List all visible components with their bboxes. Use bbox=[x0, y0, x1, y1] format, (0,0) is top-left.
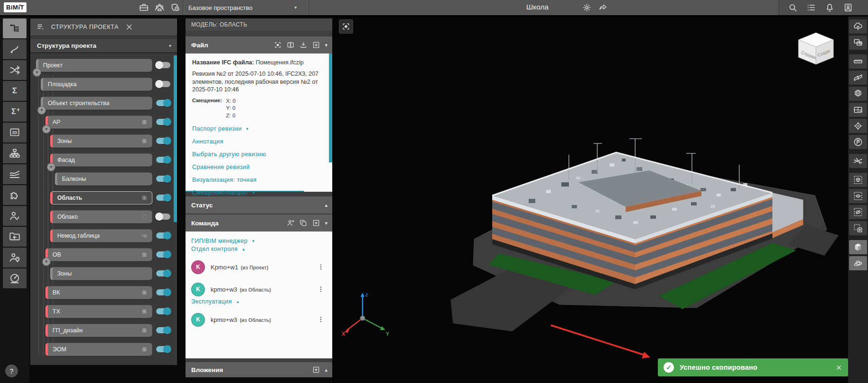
visibility-toggle[interactable] bbox=[156, 289, 170, 295]
visibility-toggle[interactable] bbox=[156, 346, 170, 352]
rail-tool-section-plane[interactable] bbox=[849, 71, 867, 85]
tree-expander-icon[interactable]: ▾ bbox=[42, 258, 51, 266]
split-view-icon[interactable] bbox=[286, 41, 295, 49]
structure-selector[interactable]: Структура проекта ▾ bbox=[30, 39, 177, 52]
tree-item-ТХ[interactable]: ТХ bbox=[45, 305, 152, 318]
rail-tool-view-2d[interactable]: 2D bbox=[3, 123, 27, 143]
status-section-chevron-icon[interactable]: ▴ bbox=[325, 202, 328, 208]
rail-tool-ruler[interactable] bbox=[849, 54, 867, 69]
rail-tool-user-check[interactable] bbox=[3, 206, 27, 226]
visibility-toggle[interactable] bbox=[156, 176, 170, 182]
team-group-Отдел контроля[interactable]: Отдел контроля▴ bbox=[191, 246, 327, 252]
tree-item-Зоны[interactable]: Зоны bbox=[50, 267, 152, 280]
rail-tool-hierarchy[interactable] bbox=[3, 143, 27, 163]
tree-item-Фасад[interactable]: Фасад bbox=[50, 153, 152, 167]
file-link-Визуализация: точная[interactable]: Визуализация: точная bbox=[192, 177, 326, 183]
visibility-toggle[interactable] bbox=[156, 308, 170, 314]
add-icon[interactable] bbox=[312, 365, 320, 374]
team-icon[interactable] bbox=[154, 2, 165, 13]
rail-tool-shaded-view[interactable] bbox=[849, 240, 867, 254]
tree-item-ЭОМ[interactable]: ЭОМ bbox=[45, 343, 152, 356]
tree-item-ГП_дизайн[interactable]: ГП_дизайн bbox=[45, 324, 152, 337]
tree-item-ВК[interactable]: ВК bbox=[45, 286, 152, 299]
view-cube[interactable]: Справа Сзади bbox=[792, 28, 840, 66]
visibility-toggle[interactable] bbox=[156, 138, 170, 144]
rail-tool-flag[interactable] bbox=[849, 135, 867, 149]
rail-tool-charts[interactable] bbox=[3, 164, 27, 184]
close-icon[interactable] bbox=[125, 23, 133, 31]
file-section-chevron-icon[interactable]: ▾ bbox=[325, 42, 328, 48]
visibility-toggle[interactable] bbox=[156, 157, 170, 163]
visibility-toggle[interactable] bbox=[156, 81, 170, 87]
person-add-icon[interactable] bbox=[286, 219, 295, 227]
tree-item-Область[interactable]: Область bbox=[50, 191, 152, 205]
rail-tool-folder-share[interactable] bbox=[3, 227, 27, 247]
user-icon[interactable] bbox=[843, 2, 853, 13]
visibility-toggle[interactable] bbox=[156, 232, 170, 239]
file-link-Выбрать другую ревизию[interactable]: Выбрать другую ревизию bbox=[192, 151, 326, 158]
tree-expander-icon[interactable]: ▾ bbox=[37, 106, 46, 115]
tree-item-Немод.таблица[interactable]: Немод.таблица bbox=[50, 229, 152, 242]
tree-expander-icon[interactable]: ▾ bbox=[33, 68, 41, 77]
visibility-toggle[interactable] bbox=[156, 195, 170, 201]
tree-expander-icon[interactable]: ▾ bbox=[47, 163, 55, 171]
file-link-Сравнение ревизий[interactable]: Сравнение ревизий bbox=[192, 164, 326, 170]
tree-item-ОВ[interactable]: ОВ bbox=[45, 248, 152, 261]
visibility-toggle[interactable] bbox=[156, 100, 170, 106]
kebab-menu-icon[interactable] bbox=[317, 263, 325, 271]
tree-item-Объект строительства[interactable]: Объект строительства bbox=[41, 97, 152, 110]
viewport-3d[interactable]: Справа Сзади X Y Z ✓ Успешно скопировано bbox=[332, 17, 848, 383]
rail-tool-capture[interactable] bbox=[849, 36, 867, 50]
visibility-toggle[interactable] bbox=[156, 251, 170, 258]
rail-tool-hide[interactable] bbox=[849, 205, 867, 219]
kebab-menu-icon[interactable] bbox=[317, 316, 325, 323]
notifications-icon[interactable] bbox=[824, 2, 835, 13]
share-icon[interactable] bbox=[598, 3, 608, 12]
team-section-chevron-icon[interactable]: ▾ bbox=[325, 220, 328, 226]
visibility-toggle[interactable] bbox=[156, 270, 170, 276]
tree-item-Облако[interactable]: Облако bbox=[50, 210, 152, 223]
rail-tool-show[interactable] bbox=[849, 189, 867, 203]
viewport-focus-button[interactable] bbox=[339, 19, 353, 34]
rail-tool-plugins[interactable] bbox=[3, 185, 27, 205]
focus-icon[interactable] bbox=[274, 41, 282, 49]
list-icon[interactable] bbox=[806, 2, 816, 13]
rail-tool-gauge[interactable] bbox=[3, 268, 27, 288]
add-icon[interactable] bbox=[312, 219, 320, 227]
rail-tool-route[interactable] bbox=[3, 39, 27, 59]
structure-scrollbar[interactable] bbox=[174, 55, 177, 222]
rail-tool-sum-add[interactable]: Σ+ bbox=[3, 102, 27, 122]
rail-tool-isolate[interactable] bbox=[849, 173, 867, 187]
file-link-Аннотация[interactable]: Аннотация bbox=[192, 138, 326, 145]
rail-tool-locate[interactable] bbox=[849, 119, 867, 133]
rail-tool-clear-selection[interactable] bbox=[849, 221, 867, 235]
add-icon[interactable] bbox=[312, 41, 320, 49]
help-button[interactable]: ? bbox=[5, 365, 18, 377]
briefcase-icon[interactable] bbox=[138, 2, 150, 13]
tree-item-Площадка[interactable]: Площадка bbox=[41, 78, 152, 91]
rail-tool-sum[interactable]: Σ bbox=[3, 81, 27, 101]
toast-close-icon[interactable] bbox=[835, 364, 842, 371]
status-section-header[interactable]: Статус ▴ bbox=[186, 196, 332, 214]
team-group-ГИП/BIM менеджер[interactable]: ГИП/BIM менеджер▾ bbox=[191, 238, 327, 244]
rail-tool-section-box[interactable] bbox=[849, 87, 867, 101]
rail-tool-axes[interactable] bbox=[849, 154, 867, 168]
visibility-toggle[interactable] bbox=[156, 119, 170, 125]
copy-icon[interactable] bbox=[299, 219, 308, 227]
attachments-section-chevron-icon[interactable]: ▴ bbox=[325, 367, 328, 373]
tree-expander-icon[interactable]: ▾ bbox=[42, 125, 51, 134]
tree-item-Проект[interactable]: Проект bbox=[36, 59, 152, 72]
file-scrollbar[interactable] bbox=[329, 53, 332, 162]
rail-tool-project-structure[interactable] bbox=[3, 18, 27, 38]
workspace-selector[interactable]: Базовое пространство bbox=[188, 0, 253, 15]
search-icon[interactable] bbox=[788, 2, 798, 13]
settings-icon[interactable] bbox=[582, 3, 592, 12]
rail-tool-connections[interactable] bbox=[3, 60, 27, 80]
team-group-Эксплуатация[interactable]: Эксплуатация▴ bbox=[191, 298, 327, 305]
rail-tool-orbit-view[interactable] bbox=[849, 256, 867, 270]
menu-collapse-icon[interactable] bbox=[36, 23, 45, 31]
rail-tool-user-location[interactable] bbox=[3, 248, 27, 267]
workspace-chevron-down-icon[interactable]: ▾ bbox=[294, 5, 297, 10]
visibility-toggle[interactable] bbox=[156, 62, 170, 68]
file-link-Паспорт ревизии[interactable]: Паспорт ревизии▾ bbox=[192, 125, 326, 132]
